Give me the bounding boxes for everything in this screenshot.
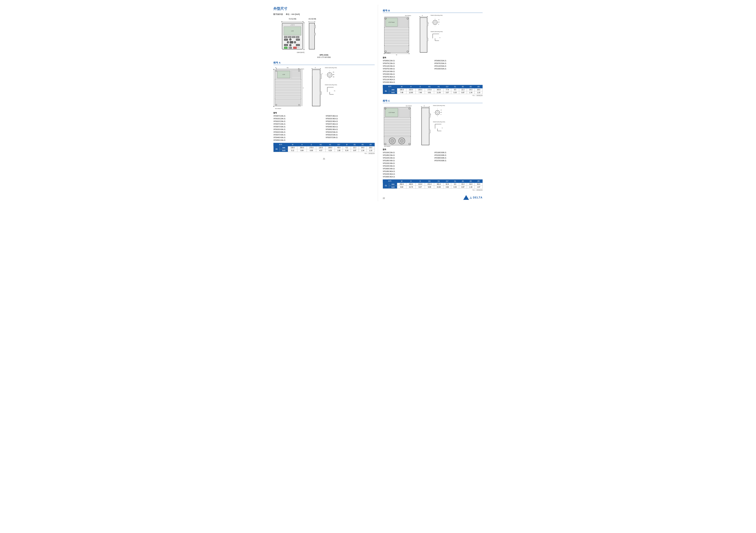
svg-text:D: D — [315, 67, 316, 68]
val-d1: 3.07 — [443, 91, 451, 94]
val-d1: 3.66 — [443, 186, 451, 189]
svg-text:ESC: ESC — [285, 39, 287, 40]
model-item — [434, 81, 483, 84]
th-d: D — [416, 85, 425, 89]
model-item: VFD075C4EA-21 — [383, 76, 431, 78]
val-h1: 9.29 — [326, 149, 335, 152]
svg-text:See Detail A: See Detail A — [406, 105, 412, 106]
model-item — [434, 165, 483, 167]
val-o2: 1.34 — [467, 186, 475, 189]
frame-a-models: 型号 VFD007C23A-21 VFD007C4EA-21 VFD015C23… — [273, 112, 375, 141]
svg-text:Ø: Ø — [438, 24, 439, 25]
val-w1: 231.0 — [425, 183, 434, 186]
th-o3: Ø3 — [475, 85, 483, 89]
frame-c-section: 框号 C See Detail A LCD Panel — [383, 99, 483, 191]
model-item: VFD022C53A-21 — [326, 134, 375, 136]
table-row: C1 mm 250.0 400.0 210.0 231.0 381.0 92.9… — [383, 183, 483, 186]
val-d: 7.48 — [416, 91, 425, 94]
val-o3: 1.10 — [475, 91, 483, 94]
kpc-side-svg — [308, 20, 318, 52]
val-h: 12.60 — [406, 91, 416, 94]
svg-rect-49 — [314, 25, 315, 28]
frame-b-section: 框号 B See Detail A LCD Panel — [383, 9, 483, 97]
svg-text:Ø2: Ø2 — [438, 21, 440, 22]
svg-text:Detail A (Mounting Hole): Detail A (Mounting Hole) — [325, 67, 337, 68]
model-item — [434, 176, 483, 178]
frame-a-diagram: W1 W LCD — [273, 66, 375, 111]
val-w: 130.0 — [288, 146, 297, 149]
model-item: VFD110C43A-21 — [383, 70, 431, 73]
unit-inch: inch — [280, 149, 288, 152]
svg-text:Detail B (Mounting Hole): Detail B (Mounting Hole) — [325, 84, 337, 86]
val-w: 190.0 — [397, 89, 406, 91]
svg-text:See Detail A: See Detail A — [298, 68, 304, 69]
svg-text:H: H — [303, 88, 304, 89]
th-h: H — [406, 180, 416, 183]
th-s1: S1 — [451, 85, 459, 89]
frame-b-diagram: See Detail A LCD Panel — [383, 14, 483, 55]
val-s1: 0.33 — [451, 186, 459, 189]
svg-text:STOP: STOP — [294, 47, 296, 48]
th-h: H — [406, 85, 416, 89]
model-item: VFD015C53A-21 — [326, 131, 375, 134]
delta-logo: △ DELTA — [463, 195, 483, 200]
frame-a-details: Detail A (Mounting Hole) Ø1 Ø2 Ø3 Detail… — [324, 66, 340, 96]
val-d: 6.69 — [307, 149, 316, 152]
svg-text:AUTO: AUTO — [297, 45, 299, 46]
frame-a-model-label: 型号 — [273, 112, 375, 114]
svg-text:D: D — [422, 15, 423, 16]
model-item: VFD040C43A-21 — [273, 136, 323, 139]
operator-section: 数字操作器 单位：mm [inch] 72.0 [2.83] — [273, 13, 375, 59]
svg-marker-82 — [273, 69, 274, 70]
model-item — [434, 173, 483, 175]
svg-text:F1: F1 — [285, 37, 286, 38]
frame-c-details: Detail A (Mounting Hole) Ø1 Ø2 Ø Detail … — [433, 104, 448, 133]
right-footer: 22 △ DELTA — [383, 193, 483, 200]
val-o: 6.2 — [343, 146, 351, 149]
kpc-diagram: 72.0 [2.83] △ DELTA LCD — [280, 18, 375, 53]
table-row: B1 mm 190.0 320.0 190.0 173.0 303.0 77.9… — [383, 89, 483, 91]
val-o1: 22.2 — [351, 146, 359, 149]
frame-c-side-svg: D D1 — [421, 104, 431, 147]
frame-label: B1 — [383, 89, 389, 94]
detail-a-b-svg: Detail A (Mounting Hole) Ø1 Ø2 Ø — [430, 14, 446, 29]
val-o2: 34.0 — [359, 146, 366, 149]
unit-inch: inch — [389, 186, 397, 189]
th-d: D — [416, 180, 425, 183]
th-d1: D1* — [335, 143, 343, 146]
svg-text:See Detail B: See Detail B — [384, 52, 391, 54]
val-h: 400.0 — [406, 183, 416, 186]
th-h1: H1 — [434, 180, 443, 183]
val-w1: 116.0 — [316, 146, 325, 149]
model-item: VFD185C23A-21 — [383, 154, 431, 157]
th-frame: 框号 — [383, 85, 397, 89]
side-dim: 15.0 [0.59] — [308, 18, 316, 20]
model-item — [434, 70, 483, 73]
val-h1: 236.0 — [326, 146, 335, 149]
svg-marker-209 — [421, 106, 421, 107]
svg-text:Detail A (Mounting Hole): Detail A (Mounting Hole) — [431, 15, 443, 16]
left-page: 外型尺寸 数字操作器 单位：mm [inch] 72.0 [2.83] — [270, 5, 378, 201]
svg-marker-43 — [304, 22, 304, 23]
model-item: VFD015C4EA-21 — [326, 117, 375, 120]
svg-text:F4: F4 — [297, 37, 298, 38]
val-d1: 1.80 — [335, 149, 343, 152]
model-item: VFD015C43A-21 — [273, 128, 323, 131]
svg-text:LCD Panel: LCD Panel — [389, 112, 395, 113]
svg-text:RESET: RESET — [297, 47, 300, 48]
val-s1: 8.5 — [451, 89, 459, 91]
model-item: VFD037C53A-21 — [326, 136, 375, 139]
val-o1: 22.2 — [459, 183, 467, 186]
frame-label: A1 — [274, 146, 280, 152]
svg-marker-210 — [429, 106, 430, 107]
val-o3: 1.97 — [475, 186, 483, 189]
model-item: VFD110C53A-21 — [434, 65, 483, 67]
width-dim: 72.0 [2.83] — [280, 18, 305, 20]
table-row: inch 9.84 15.75 8.27 9.09 15.00 3.66 0.3… — [383, 186, 483, 189]
frame-b-model-grid: VFD055C23A-21 VFD055C53A-21 VFD075C23A-2… — [383, 60, 483, 84]
val-o3: 28.0 — [366, 146, 374, 149]
model-item: VFD007C23A-21 — [273, 115, 323, 117]
val-h1: 381.0 — [434, 183, 443, 186]
th-frame: 框号 — [274, 143, 288, 146]
model-item: VFD300C43A-21 — [383, 167, 431, 170]
